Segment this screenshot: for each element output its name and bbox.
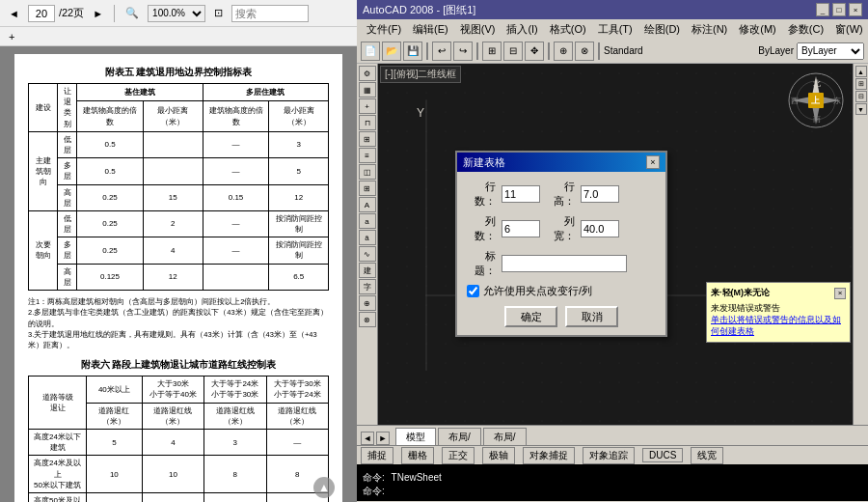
tool-undo[interactable]: ↩ [432, 42, 451, 61]
lt-mergetext[interactable]: ⊕ [359, 295, 376, 311]
lt-table[interactable]: ⊞ [359, 181, 376, 196]
lt-room[interactable]: ⊞ [359, 131, 376, 147]
lt-elevation[interactable]: ◫ [359, 164, 376, 180]
layer-label: ByLayer [758, 45, 794, 56]
tool-zoom-window[interactable]: ⊟ [503, 42, 523, 61]
tab-model[interactable]: 模型 [395, 428, 436, 445]
layer-select[interactable]: ByLayer [797, 42, 864, 60]
cad-minimize-btn[interactable]: _ [816, 3, 829, 16]
lt-door[interactable]: ⊓ [359, 115, 376, 130]
lt-multitext[interactable]: ā [359, 230, 376, 245]
right-tool-4[interactable]: ▼ [855, 103, 867, 115]
nav-back-btn[interactable]: ◄ [4, 5, 24, 22]
lt-buildtext[interactable]: 建 [359, 263, 376, 278]
zoom-in-btn[interactable]: 🔍 [121, 4, 144, 22]
lt-singletext[interactable]: a [359, 213, 376, 229]
tool-new[interactable]: 📄 [361, 42, 380, 61]
menu-window[interactable]: 窗(W) [829, 20, 868, 39]
lt-curvetext[interactable]: ∿ [359, 246, 376, 262]
menu-modify[interactable]: 修改(M) [733, 20, 782, 39]
svg-text:东: 东 [833, 97, 841, 105]
pdf-search-input[interactable] [231, 5, 309, 22]
menu-draw[interactable]: 绘图(D) [638, 20, 686, 39]
tab-nav-left[interactable]: ◄ [361, 432, 374, 445]
cad-title: AutoCAD 2008 - [图纸1] [363, 3, 475, 17]
menu-param[interactable]: 参数(C) [782, 20, 829, 39]
command-line-input[interactable] [389, 487, 862, 497]
notif-link[interactable]: 单击以将错误或警告的信息以及如何创建表格 [711, 315, 846, 338]
lt-chartext[interactable]: 字 [359, 279, 376, 294]
cad-drawing-area[interactable]: [-][俯视]二维线框 Y X [378, 64, 853, 425]
tab-layout1[interactable]: 布局/ [438, 428, 481, 445]
menu-edit[interactable]: 编辑(E) [407, 20, 454, 39]
status-ortho[interactable]: 正交 [442, 447, 475, 464]
status-grid[interactable]: 栅格 [401, 447, 434, 464]
checkbox-label: 允许使用夹点改变行/列 [483, 284, 592, 298]
right-tool-2[interactable]: ⊞ [855, 78, 867, 90]
row-height-label: 行高： [546, 180, 575, 209]
right-tool-3[interactable]: ⊟ [855, 91, 867, 102]
dialog-cancel-btn[interactable]: 取消 [565, 306, 618, 327]
menu-file[interactable]: 文件(F) [361, 20, 407, 39]
menu-insert[interactable]: 插入(I) [501, 20, 543, 39]
new-table-dialog: 新建表格 × 行数： 行高： 列数： 列宽： [455, 151, 667, 337]
command-label: 命令: [363, 485, 385, 498]
add-page-btn[interactable]: + [4, 28, 19, 45]
status-polar[interactable]: 极轴 [482, 447, 515, 464]
page-number-input[interactable] [28, 5, 55, 22]
cad-maximize-btn[interactable]: □ [832, 3, 846, 16]
table1-notes: 注1：两栋高层建筑相对朝向（含高层与多层朝向）间距按以上2倍执行。 2.多层建筑… [28, 296, 329, 350]
tool-zoom-extent[interactable]: ⊞ [482, 42, 502, 61]
dialog-body: 行数： 行高： 列数： 列宽： 标题： [457, 172, 665, 335]
menu-format[interactable]: 格式(O) [544, 20, 592, 39]
scroll-to-top-btn[interactable]: ▲ [313, 477, 335, 498]
dialog-ok-btn[interactable]: 确定 [504, 306, 557, 327]
tool-save[interactable]: 💾 [403, 42, 422, 61]
tool-pan[interactable]: ✥ [525, 42, 544, 61]
col-width-label: 列宽： [546, 214, 575, 243]
zoom-select[interactable]: 100.0% 75% 125% [148, 5, 205, 22]
cad-main-area: ⚙ ▦ + ⊓ ⊞ ≡ ◫ ⊞ A a ā ∿ 建 字 ⊕ ⊗ [-][俯视]二… [357, 64, 868, 425]
row-height-input[interactable] [581, 185, 619, 203]
tool-matchprop[interactable]: ⊗ [575, 42, 594, 61]
menu-tools[interactable]: 工具(T) [592, 20, 638, 39]
tool-redo[interactable]: ↪ [453, 42, 473, 61]
status-ducs[interactable]: DUCS [642, 448, 683, 462]
status-osnap[interactable]: 对象捕捉 [523, 447, 575, 464]
tab-nav-right[interactable]: ► [376, 432, 390, 445]
tool-open[interactable]: 📂 [382, 42, 401, 61]
zoom-reset-btn[interactable]: ⊡ [209, 4, 228, 22]
lt-professional[interactable]: ⊗ [359, 312, 376, 327]
lt-stair[interactable]: ≡ [359, 148, 376, 163]
menu-dim[interactable]: 标注(N) [686, 20, 733, 39]
table2: 道路等级退让 40米以上 大于30米小于等于40米 大于等于24米小于等于30米… [28, 376, 329, 502]
allow-grip-checkbox[interactable] [467, 285, 479, 297]
notif-close-btn[interactable]: × [834, 288, 846, 299]
notif-msg1: 来发现错误或警告 [711, 302, 846, 315]
status-snap[interactable]: 捕捉 [361, 447, 393, 464]
lt-textstyle[interactable]: A [359, 197, 376, 212]
table1: 建设 让退类别 基住建筑 多层住建筑 建筑物高度的倍数 最小距离（米） 建筑物高… [28, 83, 329, 291]
right-tool-1[interactable]: ▲ [855, 66, 867, 77]
title-input-label: 标题： [467, 249, 496, 278]
cad-close-btn[interactable]: × [849, 3, 862, 16]
rows-input[interactable] [502, 185, 540, 203]
col-width-input[interactable] [581, 220, 619, 237]
tab-layout2[interactable]: 布局/ [483, 428, 527, 445]
nav-forward-btn[interactable]: ► [88, 5, 108, 22]
lt-settings[interactable]: ⚙ [359, 66, 376, 81]
tool-properties[interactable]: ⊕ [554, 42, 573, 61]
menu-view[interactable]: 视图(V) [454, 20, 502, 39]
status-otrack[interactable]: 对象追踪 [583, 447, 635, 464]
lt-column[interactable]: ▦ [359, 82, 376, 98]
table-title-input[interactable] [502, 255, 627, 272]
toolbar-separator-1 [426, 42, 428, 60]
dialog-close-btn[interactable]: × [646, 155, 660, 169]
cols-input[interactable] [502, 220, 540, 237]
cad-menu-bar: 文件(F) 编辑(E) 视图(V) 插入(I) 格式(O) 工具(T) 绘图(D… [357, 19, 868, 39]
lt-add[interactable]: + [359, 98, 376, 114]
status-lwt[interactable]: 线宽 [691, 447, 723, 464]
compass: 北 南 西 东 上 [787, 71, 845, 129]
cad-toolbar: 📄 📂 💾 ↩ ↪ ⊞ ⊟ ✥ ⊕ ⊗ Standard ByLayer ByL… [357, 39, 868, 64]
cad-title-bar: AutoCAD 2008 - [图纸1] _ □ × [357, 0, 868, 19]
